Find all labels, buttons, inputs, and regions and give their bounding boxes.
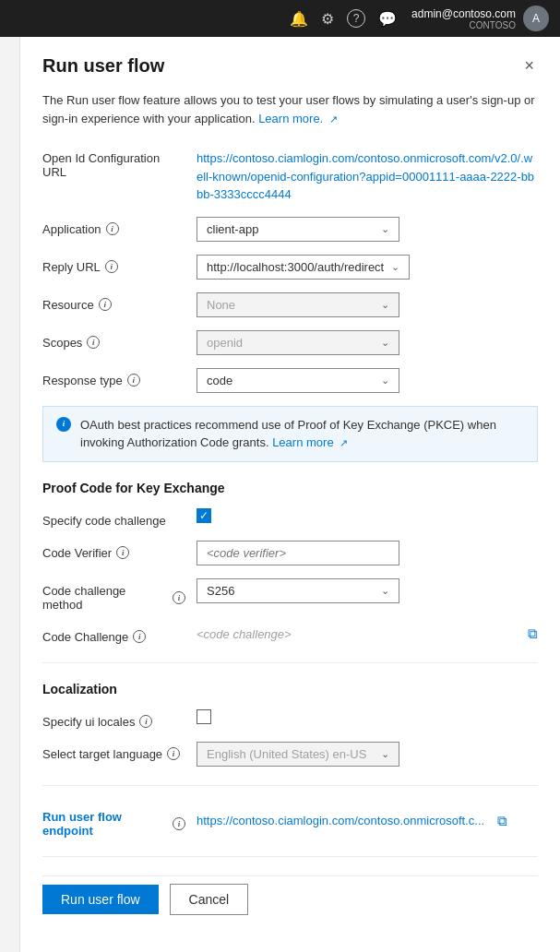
scopes-label: Scopes i (42, 330, 185, 350)
code-challenge-method-info-icon[interactable]: i (173, 591, 185, 604)
specify-code-challenge-label: Specify code challenge (42, 508, 185, 528)
code-verifier-info-icon[interactable]: i (116, 546, 129, 559)
chevron-down-icon: ⌄ (381, 585, 389, 597)
code-verifier-input[interactable] (197, 541, 399, 565)
reply-url-label: Reply URL i (42, 255, 185, 274)
application-info-icon[interactable]: i (106, 222, 119, 235)
application-label: Application i (42, 217, 185, 236)
chevron-down-icon: ⌄ (381, 223, 389, 235)
info-banner: i OAuth best practices recommend use of … (42, 406, 538, 462)
select-target-language-label: Select target language i (42, 742, 185, 761)
navbar-icons: 🔔 ⚙ ? 💬 (290, 9, 397, 28)
navbar: 🔔 ⚙ ? 💬 admin@contoso.com CONTOSO A (0, 0, 560, 37)
application-row: Application i client-app ⌄ (42, 217, 538, 242)
openid-config-value[interactable]: https://contoso.ciamlogin.com/contoso.on… (197, 146, 538, 204)
openid-config-label: Open Id Configuration URL (42, 146, 185, 179)
code-challenge-label: Code Challenge i (42, 625, 185, 644)
divider-2 (42, 785, 538, 786)
select-target-language-row: Select target language i English (United… (42, 742, 538, 767)
select-target-language-info-icon[interactable]: i (167, 747, 180, 760)
response-type-row: Response type i code ⌄ (42, 368, 538, 393)
code-challenge-value: <code challenge> (197, 627, 509, 641)
chevron-down-icon: ⌄ (381, 748, 389, 760)
endpoint-copy-icon[interactable]: ⧉ (497, 813, 507, 829)
specify-ui-locales-checkbox[interactable] (197, 709, 211, 724)
code-verifier-label: Code Verifier i (42, 541, 185, 560)
bell-icon[interactable]: 🔔 (290, 10, 308, 28)
localization-section-title: Localization (42, 682, 538, 696)
navbar-user: admin@contoso.com CONTOSO A (411, 6, 549, 31)
info-banner-content: OAuth best practices recommend use of Pr… (80, 416, 524, 452)
response-type-info-icon[interactable]: i (127, 374, 140, 387)
divider-3 (42, 856, 538, 857)
specify-code-challenge-checkbox[interactable]: ✓ (197, 508, 211, 523)
description: The Run user flow feature allows you to … (42, 91, 538, 127)
response-type-label: Response type i (42, 368, 185, 387)
chevron-down-icon: ⌄ (381, 375, 389, 387)
openid-config-row: Open Id Configuration URL https://contos… (42, 146, 538, 204)
divider (42, 662, 538, 663)
run-user-flow-endpoint-label: Run user flow endpoint i (42, 804, 185, 838)
navbar-user-name: admin@contoso.com (411, 7, 516, 20)
chevron-down-icon: ⌄ (381, 337, 389, 349)
feedback-icon[interactable]: 💬 (378, 10, 397, 28)
code-verifier-row: Code Verifier i (42, 541, 538, 565)
close-button[interactable]: × (520, 55, 538, 76)
external-link-icon: ↗ (340, 437, 348, 448)
specify-ui-locales-label: Specify ui locales i (42, 709, 185, 729)
info-banner-learn-more-link[interactable]: Learn more ↗ (272, 435, 348, 449)
help-icon[interactable]: ? (347, 9, 365, 28)
panel-bg: Run user flow × The Run user flow featur… (0, 37, 560, 952)
resource-info-icon[interactable]: i (99, 298, 112, 311)
chevron-down-icon: ⌄ (381, 299, 389, 311)
copy-icon[interactable]: ⧉ (528, 625, 538, 642)
scopes-info-icon[interactable]: i (87, 336, 100, 349)
code-challenge-info-icon[interactable]: i (133, 630, 146, 643)
resource-row: Resource i None ⌄ (42, 292, 538, 317)
run-endpoint-value[interactable]: https://contoso.ciamlogin.com/contoso.on… (197, 814, 484, 827)
specify-code-challenge-row: Specify code challenge ✓ (42, 508, 538, 528)
panel-title: Run user flow (42, 55, 164, 77)
avatar[interactable]: A (523, 6, 549, 31)
reply-url-row: Reply URL i http://localhost:3000/auth/r… (42, 255, 538, 280)
run-endpoint-info-icon[interactable]: i (173, 817, 185, 830)
external-link-icon: ↗ (329, 113, 338, 125)
application-dropdown[interactable]: client-app ⌄ (197, 217, 399, 242)
code-challenge-method-dropdown[interactable]: S256 ⌄ (197, 578, 399, 603)
navbar-user-text: admin@contoso.com CONTOSO (411, 7, 516, 30)
run-user-flow-button[interactable]: Run user flow (42, 885, 159, 914)
panel-header: Run user flow × (42, 55, 538, 77)
chevron-down-icon: ⌄ (391, 261, 399, 273)
pkce-section-title: Proof Code for Key Exchange (42, 481, 538, 495)
response-type-dropdown[interactable]: code ⌄ (197, 368, 399, 393)
specify-ui-locales-row: Specify ui locales i (42, 709, 538, 729)
navbar-user-tenant: CONTOSO (411, 20, 516, 30)
scopes-row: Scopes i openid ⌄ (42, 330, 538, 355)
resource-dropdown[interactable]: None ⌄ (197, 292, 399, 317)
scopes-dropdown[interactable]: openid ⌄ (197, 330, 399, 355)
specify-ui-locales-info-icon[interactable]: i (139, 715, 152, 728)
resource-label: Resource i (42, 292, 185, 312)
main-panel: Run user flow × The Run user flow featur… (20, 37, 560, 952)
select-target-language-dropdown[interactable]: English (United States) en-US ⌄ (197, 742, 399, 767)
code-challenge-row: Code Challenge i <code challenge> ⧉ (42, 625, 538, 644)
gear-icon[interactable]: ⚙ (321, 10, 334, 28)
run-user-flow-endpoint-row: Run user flow endpoint i https://contoso… (42, 804, 538, 838)
sidebar-accent (0, 37, 20, 952)
code-challenge-method-label: Code challenge method i (42, 578, 185, 612)
info-banner-icon: i (56, 417, 71, 432)
code-challenge-method-row: Code challenge method i S256 ⌄ (42, 578, 538, 612)
reply-url-info-icon[interactable]: i (105, 260, 118, 273)
reply-url-dropdown[interactable]: http://localhost:3000/auth/redirect ⌄ (197, 255, 410, 280)
footer: Run user flow Cancel (42, 875, 538, 915)
learn-more-link-desc[interactable]: Learn more. ↗ (258, 112, 338, 125)
cancel-button[interactable]: Cancel (170, 884, 249, 915)
